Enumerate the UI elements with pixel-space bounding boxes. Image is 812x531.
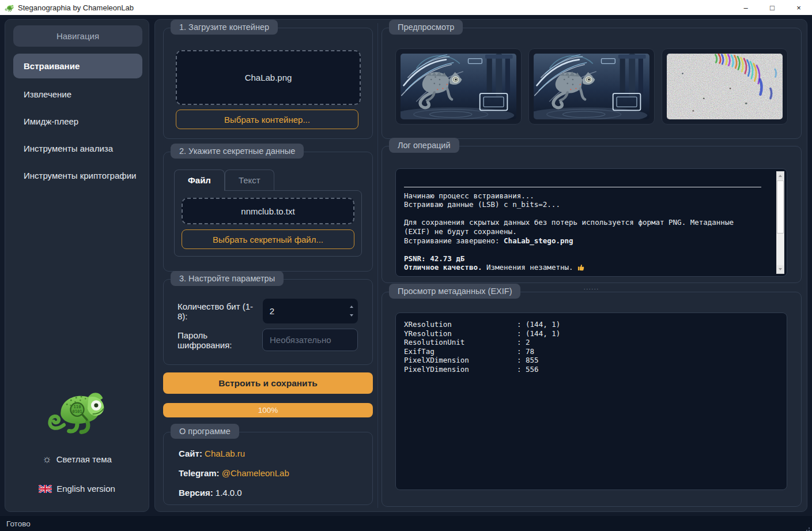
tab-file[interactable]: Файл — [174, 170, 225, 191]
group-log-title: Лог операций — [389, 138, 459, 153]
password-label: Пароль шифрования: — [177, 330, 262, 350]
app-window: Steganographia by ChameleonLab – □ × Нав… — [0, 0, 812, 531]
close-button[interactable]: × — [785, 0, 812, 15]
container-preview-image — [401, 54, 516, 119]
group-secret-data-title: 2. Укажите секретные данные — [171, 144, 304, 159]
version-value: 1.4.0.0 — [216, 488, 242, 498]
log-psnr: PSNR: 42.73 дБ — [404, 254, 761, 263]
log-line: Встраиваю данные (LSB) с n_bits=2... — [404, 200, 761, 209]
chevron-up-icon — [350, 306, 353, 308]
sun-icon: ☼ — [42, 453, 52, 465]
statusbar: Готово — [0, 516, 812, 531]
stego-preview-image — [534, 54, 649, 119]
exif-row: ResolutionUnit: 2 — [404, 338, 779, 347]
group-log: Лог операций Начинаю процесс встраивания… — [382, 146, 802, 283]
choose-secret-file-button[interactable]: Выбрать секретный файл... — [182, 229, 354, 249]
password-field[interactable] — [262, 329, 358, 351]
uk-flag-icon — [39, 485, 52, 493]
scrollbar-thumb[interactable] — [777, 180, 784, 234]
secret-file-dropzone[interactable]: nnmclub.to.txt — [182, 198, 354, 224]
column-divider — [377, 23, 378, 508]
exif-row: XResolution: (144, 1) — [404, 320, 779, 329]
language-toggle[interactable]: English version — [5, 484, 149, 494]
telegram-label: Telegram: — [179, 468, 220, 478]
embed-and-save-button[interactable]: Встроить и сохранить — [163, 372, 373, 394]
minimize-button[interactable]: – — [732, 0, 759, 15]
sidebar-item-crypto-tools[interactable]: Инструменты криптографии — [13, 164, 142, 187]
choose-container-button[interactable]: Выбрать контейнер... — [176, 110, 358, 129]
site-label: Сайт: — [179, 449, 202, 458]
log-line: Встраивание завершено: ChaLab_stego.png — [404, 236, 761, 246]
main-panel: 1. Загрузите контейнер ChaLab.png Выбрат… — [154, 19, 807, 512]
site-link[interactable]: ChaLab.ru — [205, 449, 245, 458]
preview-card-stego — [528, 48, 655, 125]
group-about-title: О программе — [171, 424, 239, 439]
group-exif: Просмотр метаданных (EXIF) XResolution: … — [382, 292, 802, 507]
nav-header: Навигация — [13, 25, 142, 47]
log-line: Для сохранения скрытых данных без потерь… — [404, 218, 761, 236]
container-dropzone[interactable]: ChaLab.png — [176, 50, 361, 105]
language-toggle-label: English version — [56, 484, 115, 494]
triangle-down-icon — [779, 268, 782, 270]
stego-filename: ChaLab_stego.png — [504, 236, 573, 245]
chevron-down-icon — [350, 314, 353, 317]
app-chameleon-icon — [5, 3, 14, 12]
group-secret-data: 2. Укажите секретные данные Файл Текст n… — [163, 152, 373, 272]
log-separator — [404, 187, 761, 187]
chameleon-logo — [43, 383, 111, 438]
exif-row: PixelYDimension: 556 — [404, 365, 779, 374]
resize-grip[interactable] — [809, 528, 810, 529]
bits-value: 2 — [263, 299, 345, 323]
sidebar-item-embed[interactable]: Встраивание — [13, 54, 142, 78]
operation-log[interactable]: Начинаю процесс встраивания... Встраиваю… — [395, 168, 787, 277]
tab-text[interactable]: Текст — [225, 170, 274, 190]
preview-card-container — [395, 48, 522, 125]
log-quality: Отличное качество. Изменения незаметны. — [404, 263, 761, 272]
group-parameters: 3. Настройте параметры Количество бит (1… — [163, 279, 373, 365]
exif-row: ExifTag: 78 — [404, 347, 779, 356]
sidebar: Навигация Встраивание Извлечение Имидж-п… — [5, 19, 149, 512]
difference-map-image — [667, 54, 783, 119]
triangle-up-icon — [779, 175, 782, 177]
secret-file-tabpane: nnmclub.to.txt Выбрать секретный файл... — [174, 190, 362, 257]
window-title: Steganographia by ChameleonLab — [18, 3, 134, 12]
exif-viewer[interactable]: XResolution: (144, 1) YResolution: (144,… — [395, 312, 787, 490]
sidebar-item-analysis-tools[interactable]: Инструменты анализа — [13, 137, 142, 160]
group-exif-title: Просмотр метаданных (EXIF) — [389, 284, 520, 299]
sidebar-item-image-player[interactable]: Имидж-плеер — [13, 110, 142, 133]
theme-toggle-label: Светлая тема — [56, 454, 112, 464]
group-preview: Предпросмотр — [382, 28, 802, 139]
scroll-down-button[interactable] — [777, 265, 784, 273]
log-line: Начинаю процесс встраивания... — [404, 191, 761, 201]
titlebar: Steganographia by ChameleonLab – □ × — [0, 0, 812, 15]
exif-row: PixelXDimension: 855 — [404, 356, 779, 365]
group-load-container: 1. Загрузите контейнер ChaLab.png Выбрат… — [163, 28, 373, 139]
bits-spinner[interactable]: 2 — [263, 299, 358, 323]
spin-down-button[interactable] — [350, 314, 353, 317]
group-about: О программе Сайт: ChaLab.ru Telegram: @C… — [163, 432, 373, 505]
exif-row: YResolution: (144, 1) — [404, 329, 779, 338]
maximize-button[interactable]: □ — [759, 0, 785, 15]
preview-card-difference — [662, 48, 788, 125]
theme-toggle[interactable]: ☼ Светлая тема — [5, 453, 149, 465]
group-load-container-title: 1. Загрузите контейнер — [171, 20, 278, 35]
thumbs-up-icon — [577, 263, 585, 271]
sidebar-item-extract[interactable]: Извлечение — [13, 82, 142, 106]
scroll-up-button[interactable] — [777, 172, 784, 180]
version-label: Версия: — [179, 488, 213, 498]
spin-up-button[interactable] — [350, 306, 353, 308]
status-text: Готово — [6, 519, 31, 528]
bits-label: Количество бит (1-8): — [177, 302, 263, 321]
group-parameters-title: 3. Настройте параметры — [171, 271, 284, 286]
telegram-link[interactable]: @ChameleonLab — [222, 468, 289, 478]
group-preview-title: Предпросмотр — [389, 20, 463, 35]
log-scrollbar[interactable] — [776, 171, 784, 274]
progress-bar: 100% — [163, 403, 373, 417]
